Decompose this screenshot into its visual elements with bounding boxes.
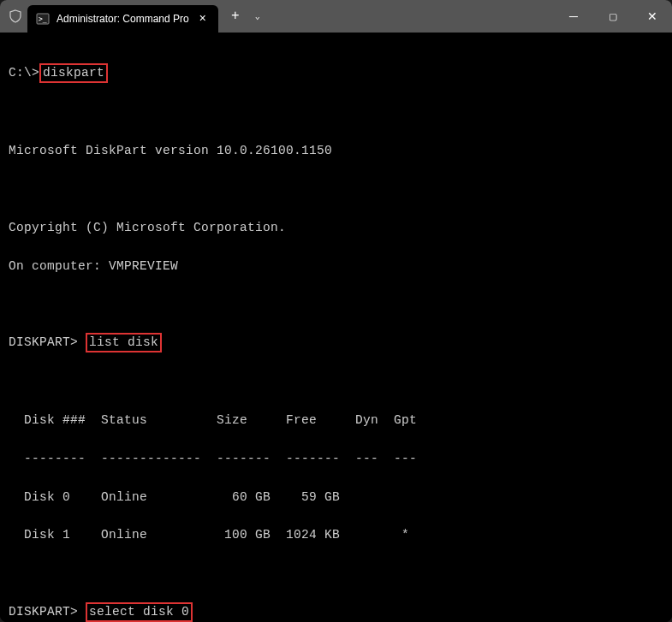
disk-divider: -------- ------------- ------- ------- -… <box>9 449 663 468</box>
disk-row: Disk 0 Online 60 GB 59 GB <box>9 488 663 506</box>
disk-row: Disk 1 Online 100 GB 1024 KB * <box>9 525 663 544</box>
close-window-button[interactable]: ✕ <box>633 0 672 33</box>
tab-dropdown-button[interactable]: ⌄ <box>247 4 268 28</box>
highlight-list-disk: list disk <box>86 333 162 352</box>
terminal-content[interactable]: C:\>diskpart Microsoft DiskPart version … <box>0 33 672 622</box>
window-controls: ─ ▢ ✕ <box>554 0 672 33</box>
new-tab-button[interactable]: + <box>223 4 247 28</box>
line-select-disk: DISKPART> select disk 0 <box>9 602 663 622</box>
line-computer: On computer: VMPREVIEW <box>9 257 663 275</box>
line-initial: C:\>diskpart <box>9 63 663 83</box>
highlight-select-disk: select disk 0 <box>86 602 193 622</box>
line-version: Microsoft DiskPart version 10.0.26100.11… <box>9 141 663 160</box>
tab-close-button[interactable]: × <box>196 12 210 26</box>
line-copyright: Copyright (C) Microsoft Corporation. <box>9 218 663 237</box>
minimize-button[interactable]: ─ <box>554 0 593 33</box>
admin-shield-icon <box>7 9 27 23</box>
active-tab[interactable]: >_ Administrator: Command Pro × <box>27 5 218 33</box>
disk-header: Disk ### Status Size Free Dyn Gpt <box>9 411 663 429</box>
svg-text:>_: >_ <box>39 15 47 23</box>
tabs-area: >_ Administrator: Command Pro × + ⌄ <box>0 0 268 33</box>
terminal-window: >_ Administrator: Command Pro × + ⌄ ─ ▢ … <box>0 0 672 622</box>
titlebar: >_ Administrator: Command Pro × + ⌄ ─ ▢ … <box>0 0 672 33</box>
maximize-button[interactable]: ▢ <box>593 0 633 33</box>
line-list-disk: DISKPART> list disk <box>9 333 663 352</box>
cmd-icon: >_ <box>36 12 50 26</box>
highlight-diskpart: diskpart <box>39 63 108 83</box>
tab-title: Administrator: Command Pro <box>56 13 189 25</box>
